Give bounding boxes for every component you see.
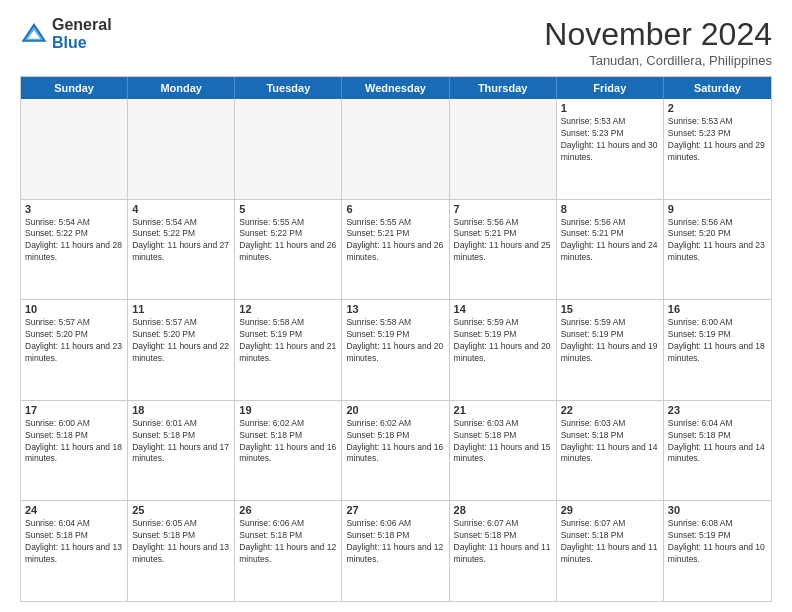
weekday-header: Tuesday	[235, 77, 342, 99]
day-info: Sunrise: 6:01 AMSunset: 5:18 PMDaylight:…	[132, 418, 230, 466]
day-info: Sunrise: 6:08 AMSunset: 5:19 PMDaylight:…	[668, 518, 767, 566]
calendar-cell	[128, 99, 235, 199]
day-number: 24	[25, 504, 123, 516]
title-block: November 2024 Tanudan, Cordillera, Phili…	[544, 16, 772, 68]
day-number: 22	[561, 404, 659, 416]
day-number: 3	[25, 203, 123, 215]
day-number: 7	[454, 203, 552, 215]
subtitle: Tanudan, Cordillera, Philippines	[544, 53, 772, 68]
calendar-cell: 14Sunrise: 5:59 AMSunset: 5:19 PMDayligh…	[450, 300, 557, 400]
calendar-cell: 20Sunrise: 6:02 AMSunset: 5:18 PMDayligh…	[342, 401, 449, 501]
day-info: Sunrise: 5:58 AMSunset: 5:19 PMDaylight:…	[346, 317, 444, 365]
day-info: Sunrise: 6:07 AMSunset: 5:18 PMDaylight:…	[561, 518, 659, 566]
calendar-cell: 3Sunrise: 5:54 AMSunset: 5:22 PMDaylight…	[21, 200, 128, 300]
calendar-cell	[342, 99, 449, 199]
day-number: 20	[346, 404, 444, 416]
calendar-cell: 4Sunrise: 5:54 AMSunset: 5:22 PMDaylight…	[128, 200, 235, 300]
weekday-header: Saturday	[664, 77, 771, 99]
day-number: 27	[346, 504, 444, 516]
day-info: Sunrise: 6:03 AMSunset: 5:18 PMDaylight:…	[561, 418, 659, 466]
day-info: Sunrise: 5:59 AMSunset: 5:19 PMDaylight:…	[561, 317, 659, 365]
page: General Blue November 2024 Tanudan, Cord…	[0, 0, 792, 612]
day-number: 28	[454, 504, 552, 516]
day-number: 4	[132, 203, 230, 215]
day-info: Sunrise: 5:53 AMSunset: 5:23 PMDaylight:…	[668, 116, 767, 164]
calendar-cell	[450, 99, 557, 199]
calendar-cell: 28Sunrise: 6:07 AMSunset: 5:18 PMDayligh…	[450, 501, 557, 601]
calendar-cell: 27Sunrise: 6:06 AMSunset: 5:18 PMDayligh…	[342, 501, 449, 601]
calendar-row: 1Sunrise: 5:53 AMSunset: 5:23 PMDaylight…	[21, 99, 771, 199]
day-info: Sunrise: 5:55 AMSunset: 5:21 PMDaylight:…	[346, 217, 444, 265]
calendar-body: 1Sunrise: 5:53 AMSunset: 5:23 PMDaylight…	[21, 99, 771, 601]
day-info: Sunrise: 6:00 AMSunset: 5:18 PMDaylight:…	[25, 418, 123, 466]
calendar-cell: 30Sunrise: 6:08 AMSunset: 5:19 PMDayligh…	[664, 501, 771, 601]
day-info: Sunrise: 5:59 AMSunset: 5:19 PMDaylight:…	[454, 317, 552, 365]
calendar-cell: 15Sunrise: 5:59 AMSunset: 5:19 PMDayligh…	[557, 300, 664, 400]
calendar-cell: 12Sunrise: 5:58 AMSunset: 5:19 PMDayligh…	[235, 300, 342, 400]
calendar-cell: 7Sunrise: 5:56 AMSunset: 5:21 PMDaylight…	[450, 200, 557, 300]
day-info: Sunrise: 5:55 AMSunset: 5:22 PMDaylight:…	[239, 217, 337, 265]
calendar-cell: 18Sunrise: 6:01 AMSunset: 5:18 PMDayligh…	[128, 401, 235, 501]
logo-blue: Blue	[52, 34, 112, 52]
calendar-cell: 29Sunrise: 6:07 AMSunset: 5:18 PMDayligh…	[557, 501, 664, 601]
month-title: November 2024	[544, 16, 772, 53]
calendar-cell: 21Sunrise: 6:03 AMSunset: 5:18 PMDayligh…	[450, 401, 557, 501]
calendar-row: 3Sunrise: 5:54 AMSunset: 5:22 PMDaylight…	[21, 199, 771, 300]
day-number: 16	[668, 303, 767, 315]
calendar-cell: 24Sunrise: 6:04 AMSunset: 5:18 PMDayligh…	[21, 501, 128, 601]
day-number: 12	[239, 303, 337, 315]
day-number: 19	[239, 404, 337, 416]
calendar-cell	[21, 99, 128, 199]
day-number: 30	[668, 504, 767, 516]
day-info: Sunrise: 5:56 AMSunset: 5:21 PMDaylight:…	[561, 217, 659, 265]
day-number: 13	[346, 303, 444, 315]
day-number: 18	[132, 404, 230, 416]
day-info: Sunrise: 6:07 AMSunset: 5:18 PMDaylight:…	[454, 518, 552, 566]
day-number: 5	[239, 203, 337, 215]
calendar-cell: 5Sunrise: 5:55 AMSunset: 5:22 PMDaylight…	[235, 200, 342, 300]
day-info: Sunrise: 5:53 AMSunset: 5:23 PMDaylight:…	[561, 116, 659, 164]
day-number: 17	[25, 404, 123, 416]
day-number: 11	[132, 303, 230, 315]
day-info: Sunrise: 6:03 AMSunset: 5:18 PMDaylight:…	[454, 418, 552, 466]
day-number: 21	[454, 404, 552, 416]
logo: General Blue	[20, 16, 112, 51]
day-info: Sunrise: 5:58 AMSunset: 5:19 PMDaylight:…	[239, 317, 337, 365]
weekday-header: Monday	[128, 77, 235, 99]
weekday-header: Friday	[557, 77, 664, 99]
day-number: 1	[561, 102, 659, 114]
calendar-cell: 11Sunrise: 5:57 AMSunset: 5:20 PMDayligh…	[128, 300, 235, 400]
calendar-cell: 22Sunrise: 6:03 AMSunset: 5:18 PMDayligh…	[557, 401, 664, 501]
day-info: Sunrise: 6:02 AMSunset: 5:18 PMDaylight:…	[239, 418, 337, 466]
logo-icon	[20, 20, 48, 48]
weekday-header: Thursday	[450, 77, 557, 99]
day-number: 6	[346, 203, 444, 215]
calendar-cell: 13Sunrise: 5:58 AMSunset: 5:19 PMDayligh…	[342, 300, 449, 400]
day-number: 25	[132, 504, 230, 516]
day-info: Sunrise: 5:57 AMSunset: 5:20 PMDaylight:…	[132, 317, 230, 365]
calendar-row: 24Sunrise: 6:04 AMSunset: 5:18 PMDayligh…	[21, 500, 771, 601]
day-number: 26	[239, 504, 337, 516]
calendar-cell: 25Sunrise: 6:05 AMSunset: 5:18 PMDayligh…	[128, 501, 235, 601]
day-info: Sunrise: 5:56 AMSunset: 5:20 PMDaylight:…	[668, 217, 767, 265]
day-number: 9	[668, 203, 767, 215]
logo-general: General	[52, 16, 112, 34]
day-info: Sunrise: 5:54 AMSunset: 5:22 PMDaylight:…	[25, 217, 123, 265]
day-info: Sunrise: 6:02 AMSunset: 5:18 PMDaylight:…	[346, 418, 444, 466]
header: General Blue November 2024 Tanudan, Cord…	[20, 16, 772, 68]
calendar-row: 17Sunrise: 6:00 AMSunset: 5:18 PMDayligh…	[21, 400, 771, 501]
calendar-cell: 1Sunrise: 5:53 AMSunset: 5:23 PMDaylight…	[557, 99, 664, 199]
day-info: Sunrise: 6:06 AMSunset: 5:18 PMDaylight:…	[239, 518, 337, 566]
day-number: 15	[561, 303, 659, 315]
calendar-cell: 2Sunrise: 5:53 AMSunset: 5:23 PMDaylight…	[664, 99, 771, 199]
weekday-header: Sunday	[21, 77, 128, 99]
day-number: 29	[561, 504, 659, 516]
day-info: Sunrise: 6:04 AMSunset: 5:18 PMDaylight:…	[668, 418, 767, 466]
day-info: Sunrise: 5:57 AMSunset: 5:20 PMDaylight:…	[25, 317, 123, 365]
day-info: Sunrise: 6:00 AMSunset: 5:19 PMDaylight:…	[668, 317, 767, 365]
logo-text: General Blue	[52, 16, 112, 51]
calendar-cell: 17Sunrise: 6:00 AMSunset: 5:18 PMDayligh…	[21, 401, 128, 501]
day-info: Sunrise: 5:56 AMSunset: 5:21 PMDaylight:…	[454, 217, 552, 265]
calendar-row: 10Sunrise: 5:57 AMSunset: 5:20 PMDayligh…	[21, 299, 771, 400]
day-number: 10	[25, 303, 123, 315]
